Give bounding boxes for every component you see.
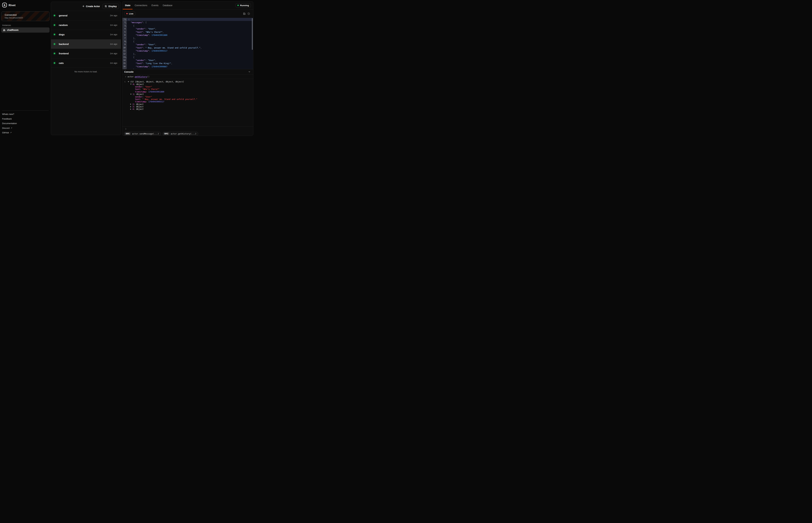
fold-chevron-icon[interactable]	[125, 41, 126, 42]
prop-colon: :	[140, 98, 142, 101]
code-text: "text": "Who’s there?",	[127, 31, 253, 34]
line-number: 14	[122, 59, 127, 62]
console-entry-4[interactable]: 4: Object	[122, 108, 253, 110]
live-badge[interactable]: Live	[124, 12, 135, 16]
connection-status-card: Connected http://localhost:6420	[1, 11, 50, 21]
caret-right-icon[interactable]	[130, 109, 131, 110]
indent	[128, 31, 136, 33]
actor-name: general	[59, 14, 110, 17]
actor-row-cats[interactable]: cats1m ago	[51, 58, 121, 68]
code-text: {	[127, 18, 253, 21]
indent	[128, 28, 136, 30]
editor-line: 1{	[122, 18, 253, 21]
console-entry-0[interactable]: 0: Object	[122, 83, 253, 85]
actor-row-general[interactable]: general2m ago	[51, 11, 121, 20]
display-button[interactable]: Display	[102, 4, 119, 9]
fold-chevron-icon[interactable]	[125, 57, 126, 58]
sidebar: R Rivet Connected http://localhost:6420 …	[0, 0, 51, 137]
editor-line: 9 "sender": "User",	[122, 43, 253, 46]
actor-row-random[interactable]: random1m ago	[51, 20, 121, 30]
editor-line: 7 },	[122, 37, 253, 40]
token-k: "timestamp"	[136, 50, 149, 52]
editor-line: 11 "timestamp": 1764043995517	[122, 49, 253, 52]
tab-state[interactable]: State	[123, 1, 133, 9]
token-s: " Nay, answer me. Stand and unfold yours…	[145, 47, 201, 49]
prop-value: " Nay, answer me. Stand and unfold yours…	[142, 98, 197, 101]
editor-scrollbar[interactable]	[252, 18, 253, 50]
console-entry-1[interactable]: 1: Object	[122, 93, 253, 95]
rpc-button-actor-sendmessage[interactable]: RPCactor.sendMessage(...)	[124, 132, 161, 136]
entry-class: Object	[136, 93, 144, 95]
revert-state-button[interactable]	[246, 11, 251, 16]
command-method: getHistory	[135, 75, 147, 78]
console-entry-2[interactable]: 2: Object	[122, 103, 253, 105]
console-prop-text: text: " Nay, answer me. Stand and unfold…	[122, 98, 253, 101]
fold-chevron-icon[interactable]	[125, 25, 126, 26]
token-k: "sender"	[136, 59, 145, 61]
actor-row-frontend[interactable]: frontend1m ago	[51, 49, 121, 58]
entry-index: 4	[133, 108, 134, 110]
tab-connections[interactable]: Connections	[133, 1, 150, 9]
tab-events[interactable]: Events	[150, 1, 161, 9]
prop-colon: :	[146, 91, 149, 93]
token-p: :	[145, 59, 148, 61]
svg-text:R: R	[4, 4, 5, 6]
entry-colon: :	[134, 93, 136, 95]
prop-value: 1764043991880	[149, 91, 165, 93]
sidebar-link-github[interactable]: GitHub↗	[2, 130, 49, 135]
token-k: "text"	[136, 31, 143, 33]
line-number-text: 10	[123, 46, 125, 49]
actor-updated-time: 1m ago	[110, 62, 117, 64]
actor-row-backend[interactable]: backend1m ago	[51, 39, 121, 49]
caret-right-icon[interactable]	[130, 104, 131, 105]
console-command: actor.getHistory()	[127, 75, 150, 78]
create-actor-button[interactable]: Create Actor	[82, 5, 100, 7]
indent	[128, 50, 136, 52]
prop-colon: :	[142, 86, 145, 88]
actor-row-dogs[interactable]: dogs1m ago	[51, 30, 121, 39]
token-p: },	[133, 53, 136, 55]
token-n: 1764043999867	[152, 65, 168, 68]
caret-right-icon[interactable]	[130, 106, 131, 107]
editor-line: 2 "messages": [	[122, 21, 253, 24]
token-p: ,	[155, 43, 157, 46]
caret-down-icon[interactable]	[130, 94, 132, 95]
sidebar-link-discord[interactable]: Discord↗	[2, 126, 49, 130]
sidebar-item-chatroom[interactable]: chatRoom	[1, 28, 50, 33]
rpc-label: actor.getHistory(...)	[171, 132, 196, 135]
chevron-down-icon	[248, 71, 250, 73]
console-input-row[interactable]	[122, 127, 253, 131]
actors-panel: Create Actor Display general2m agorandom…	[51, 2, 121, 135]
tab-database[interactable]: Database	[161, 1, 175, 9]
fold-chevron-icon[interactable]	[125, 19, 126, 20]
fold-chevron-icon[interactable]	[125, 22, 126, 23]
instance-name: chatRoom	[7, 29, 18, 31]
token-p: : [	[143, 21, 146, 24]
sidebar-link-documentation[interactable]: Documentation	[2, 121, 49, 126]
save-icon	[243, 13, 245, 15]
indent	[128, 40, 133, 43]
rpc-button-actor-gethistory[interactable]: RPCactor.getHistory(...)	[162, 132, 198, 136]
indent	[128, 24, 133, 27]
console-header: Console	[122, 69, 253, 74]
caret-down-icon[interactable]	[128, 81, 129, 82]
line-number-text: 7	[124, 37, 125, 40]
caret-down-icon[interactable]	[130, 84, 132, 85]
status-dot-green-icon	[54, 15, 55, 16]
sidebar-link-feedback[interactable]: Feedback	[2, 116, 49, 121]
status-dot-green-icon	[54, 62, 55, 64]
save-state-button[interactable]	[242, 11, 246, 16]
actor-updated-time: 1m ago	[110, 52, 117, 55]
sidebar-link-whats-new[interactable]: Whats new?	[2, 112, 49, 116]
state-json-editor[interactable]: 1{2 "messages": [3 {4 "sender": "User",5…	[122, 18, 253, 69]
token-p: :	[149, 65, 152, 68]
token-p: },	[133, 37, 136, 39]
code-text: "text": "Long live the King!",	[127, 62, 253, 65]
code-text: "timestamp": 1764043995517	[127, 49, 253, 52]
token-k: "messages"	[131, 21, 143, 24]
prop-key: sender	[135, 86, 142, 88]
console-entry-3[interactable]: 3: Object	[122, 105, 253, 108]
console-collapse-button[interactable]	[248, 71, 250, 73]
token-s: "Long live the King!"	[145, 62, 171, 65]
token-p: ,	[155, 28, 157, 30]
